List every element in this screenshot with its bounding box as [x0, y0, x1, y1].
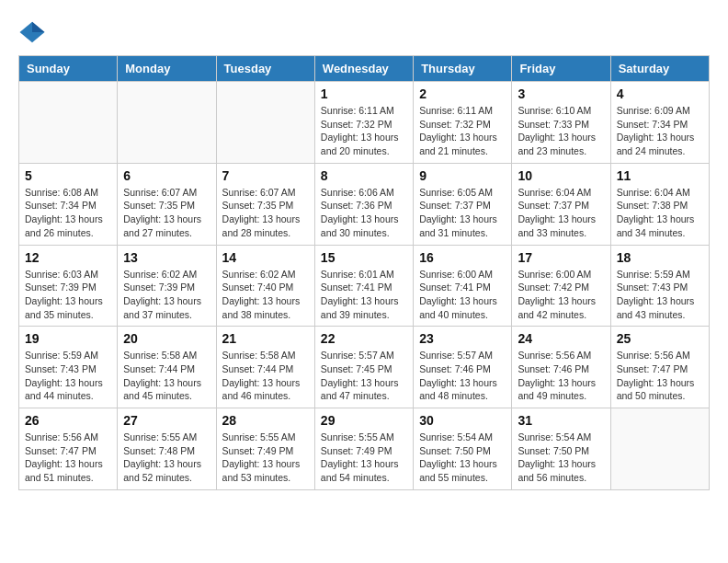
- day-info: Sunrise: 5:59 AM Sunset: 7:43 PM Dayligh…: [25, 349, 111, 403]
- day-info: Sunrise: 5:55 AM Sunset: 7:49 PM Dayligh…: [321, 431, 407, 485]
- day-info: Sunrise: 6:07 AM Sunset: 7:35 PM Dayligh…: [222, 186, 309, 240]
- calendar-cell: 31Sunrise: 5:54 AM Sunset: 7:50 PM Dayli…: [512, 408, 610, 490]
- day-info: Sunrise: 5:54 AM Sunset: 7:50 PM Dayligh…: [518, 431, 604, 485]
- day-number: 16: [419, 250, 506, 265]
- calendar-cell: 2Sunrise: 6:11 AM Sunset: 7:32 PM Daylig…: [414, 82, 512, 164]
- calendar-cell: 9Sunrise: 6:05 AM Sunset: 7:37 PM Daylig…: [414, 163, 512, 245]
- calendar-cell: 11Sunrise: 6:04 AM Sunset: 7:38 PM Dayli…: [610, 163, 709, 245]
- day-number: 15: [321, 250, 407, 265]
- calendar-cell: 7Sunrise: 6:07 AM Sunset: 7:35 PM Daylig…: [216, 163, 314, 245]
- calendar-cell: 20Sunrise: 5:58 AM Sunset: 7:44 PM Dayli…: [118, 327, 216, 408]
- calendar-cell: 1Sunrise: 6:11 AM Sunset: 7:32 PM Daylig…: [314, 82, 413, 164]
- calendar-cell: 12Sunrise: 6:03 AM Sunset: 7:39 PM Dayli…: [19, 245, 118, 327]
- day-info: Sunrise: 6:07 AM Sunset: 7:35 PM Dayligh…: [123, 186, 210, 240]
- logo-icon: [18, 18, 46, 46]
- calendar-cell: [118, 82, 216, 164]
- day-info: Sunrise: 5:56 AM Sunset: 7:47 PM Dayligh…: [617, 349, 703, 403]
- day-info: Sunrise: 5:57 AM Sunset: 7:45 PM Dayligh…: [321, 349, 407, 403]
- calendar-cell: 8Sunrise: 6:06 AM Sunset: 7:36 PM Daylig…: [314, 163, 413, 245]
- day-info: Sunrise: 6:05 AM Sunset: 7:37 PM Dayligh…: [419, 186, 506, 240]
- day-number: 23: [419, 331, 506, 346]
- day-info: Sunrise: 6:09 AM Sunset: 7:34 PM Dayligh…: [617, 104, 703, 158]
- calendar-cell: 3Sunrise: 6:10 AM Sunset: 7:33 PM Daylig…: [512, 82, 610, 164]
- day-info: Sunrise: 6:00 AM Sunset: 7:41 PM Dayligh…: [419, 268, 506, 322]
- day-number: 31: [518, 413, 604, 428]
- day-number: 30: [419, 413, 506, 428]
- calendar-cell: 13Sunrise: 6:02 AM Sunset: 7:39 PM Dayli…: [118, 245, 216, 327]
- calendar-cell: [610, 408, 709, 490]
- day-number: 7: [222, 168, 309, 183]
- day-info: Sunrise: 6:03 AM Sunset: 7:39 PM Dayligh…: [25, 268, 111, 322]
- day-info: Sunrise: 6:08 AM Sunset: 7:34 PM Dayligh…: [25, 186, 111, 240]
- day-number: 11: [617, 168, 703, 183]
- calendar-cell: 25Sunrise: 5:56 AM Sunset: 7:47 PM Dayli…: [610, 327, 709, 408]
- day-number: 2: [419, 86, 506, 101]
- day-number: 10: [518, 168, 604, 183]
- day-info: Sunrise: 5:55 AM Sunset: 7:48 PM Dayligh…: [123, 431, 210, 485]
- calendar-cell: 18Sunrise: 5:59 AM Sunset: 7:43 PM Dayli…: [610, 245, 709, 327]
- weekday-header: Thursday: [414, 56, 512, 82]
- calendar-cell: 22Sunrise: 5:57 AM Sunset: 7:45 PM Dayli…: [314, 327, 413, 408]
- calendar-cell: [19, 82, 118, 164]
- day-info: Sunrise: 6:10 AM Sunset: 7:33 PM Dayligh…: [518, 104, 604, 158]
- day-info: Sunrise: 5:55 AM Sunset: 7:49 PM Dayligh…: [222, 431, 309, 485]
- day-info: Sunrise: 6:06 AM Sunset: 7:36 PM Dayligh…: [321, 186, 407, 240]
- day-info: Sunrise: 6:11 AM Sunset: 7:32 PM Dayligh…: [419, 104, 506, 158]
- calendar-cell: 19Sunrise: 5:59 AM Sunset: 7:43 PM Dayli…: [19, 327, 118, 408]
- calendar-cell: 10Sunrise: 6:04 AM Sunset: 7:37 PM Dayli…: [512, 163, 610, 245]
- calendar-week-row: 19Sunrise: 5:59 AM Sunset: 7:43 PM Dayli…: [19, 327, 710, 408]
- calendar-week-row: 1Sunrise: 6:11 AM Sunset: 7:32 PM Daylig…: [19, 82, 710, 164]
- weekday-header: Saturday: [610, 56, 709, 82]
- calendar-cell: 24Sunrise: 5:56 AM Sunset: 7:46 PM Dayli…: [512, 327, 610, 408]
- day-info: Sunrise: 5:57 AM Sunset: 7:46 PM Dayligh…: [419, 349, 506, 403]
- day-info: Sunrise: 5:59 AM Sunset: 7:43 PM Dayligh…: [617, 268, 703, 322]
- day-number: 3: [518, 86, 604, 101]
- day-number: 24: [518, 331, 604, 346]
- day-number: 17: [518, 250, 604, 265]
- day-number: 8: [321, 168, 407, 183]
- day-number: 14: [222, 250, 309, 265]
- calendar-week-row: 5Sunrise: 6:08 AM Sunset: 7:34 PM Daylig…: [19, 163, 710, 245]
- day-info: Sunrise: 5:58 AM Sunset: 7:44 PM Dayligh…: [222, 349, 309, 403]
- calendar-week-row: 26Sunrise: 5:56 AM Sunset: 7:47 PM Dayli…: [19, 408, 710, 490]
- calendar-cell: 17Sunrise: 6:00 AM Sunset: 7:42 PM Dayli…: [512, 245, 610, 327]
- calendar-cell: 14Sunrise: 6:02 AM Sunset: 7:40 PM Dayli…: [216, 245, 314, 327]
- day-number: 13: [123, 250, 210, 265]
- day-info: Sunrise: 5:56 AM Sunset: 7:46 PM Dayligh…: [518, 349, 604, 403]
- day-info: Sunrise: 5:54 AM Sunset: 7:50 PM Dayligh…: [419, 431, 506, 485]
- svg-marker-1: [32, 22, 45, 32]
- calendar-table: SundayMondayTuesdayWednesdayThursdayFrid…: [18, 55, 710, 490]
- weekday-header: Sunday: [19, 56, 118, 82]
- day-info: Sunrise: 6:11 AM Sunset: 7:32 PM Dayligh…: [321, 104, 407, 158]
- calendar-cell: 26Sunrise: 5:56 AM Sunset: 7:47 PM Dayli…: [19, 408, 118, 490]
- calendar-cell: 23Sunrise: 5:57 AM Sunset: 7:46 PM Dayli…: [414, 327, 512, 408]
- day-info: Sunrise: 6:02 AM Sunset: 7:40 PM Dayligh…: [222, 268, 309, 322]
- day-number: 18: [617, 250, 703, 265]
- calendar-cell: 5Sunrise: 6:08 AM Sunset: 7:34 PM Daylig…: [19, 163, 118, 245]
- day-number: 19: [25, 331, 111, 346]
- weekday-header: Tuesday: [216, 56, 314, 82]
- day-info: Sunrise: 6:04 AM Sunset: 7:37 PM Dayligh…: [518, 186, 604, 240]
- weekday-header: Monday: [118, 56, 216, 82]
- day-info: Sunrise: 5:56 AM Sunset: 7:47 PM Dayligh…: [25, 431, 111, 485]
- day-number: 25: [617, 331, 703, 346]
- day-number: 29: [321, 413, 407, 428]
- calendar-cell: 4Sunrise: 6:09 AM Sunset: 7:34 PM Daylig…: [610, 82, 709, 164]
- weekday-header: Friday: [512, 56, 610, 82]
- calendar-cell: 16Sunrise: 6:00 AM Sunset: 7:41 PM Dayli…: [414, 245, 512, 327]
- day-number: 26: [25, 413, 111, 428]
- day-info: Sunrise: 6:04 AM Sunset: 7:38 PM Dayligh…: [617, 186, 703, 240]
- day-number: 9: [419, 168, 506, 183]
- day-number: 12: [25, 250, 111, 265]
- day-number: 21: [222, 331, 309, 346]
- day-number: 4: [617, 86, 703, 101]
- day-number: 28: [222, 413, 309, 428]
- page-header: [18, 18, 710, 46]
- day-number: 6: [123, 168, 210, 183]
- logo: [18, 18, 51, 46]
- day-info: Sunrise: 6:00 AM Sunset: 7:42 PM Dayligh…: [518, 268, 604, 322]
- day-number: 5: [25, 168, 111, 183]
- day-number: 27: [123, 413, 210, 428]
- calendar-cell: 30Sunrise: 5:54 AM Sunset: 7:50 PM Dayli…: [414, 408, 512, 490]
- day-info: Sunrise: 6:02 AM Sunset: 7:39 PM Dayligh…: [123, 268, 210, 322]
